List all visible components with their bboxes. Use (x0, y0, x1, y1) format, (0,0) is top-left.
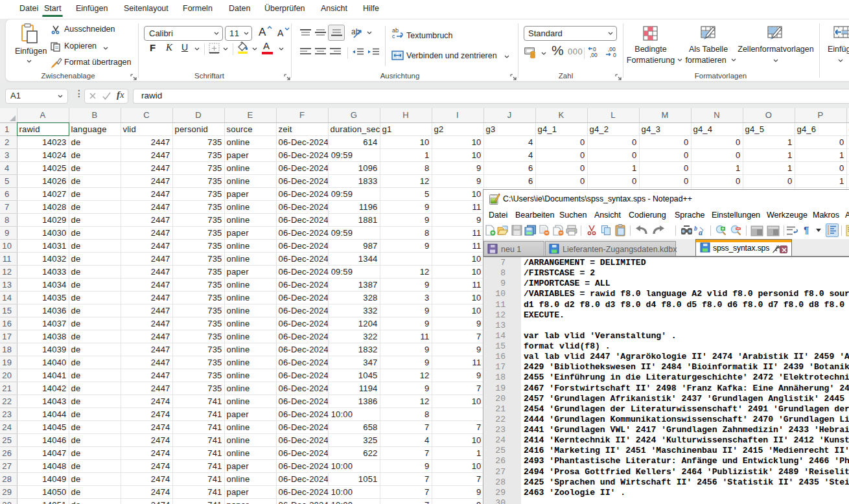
svg-text:,00: ,00 (590, 52, 598, 58)
svg-text:b: b (694, 225, 697, 232)
svg-text:0: 0 (613, 52, 616, 58)
svg-text:ab: ab (351, 27, 360, 36)
svg-text:c: c (392, 33, 395, 40)
